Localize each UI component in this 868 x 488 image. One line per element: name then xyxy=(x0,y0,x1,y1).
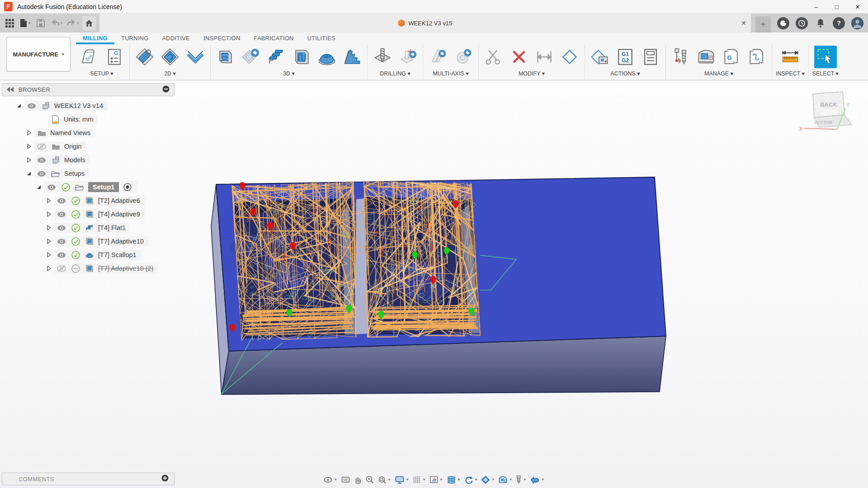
ribbon-tab-fabrication[interactable]: FABRICATION xyxy=(247,33,301,44)
browser-row-setup1[interactable]: Setup1 xyxy=(2,180,175,194)
ribbon-group-label[interactable]: MULTI-AXIS ▾ xyxy=(427,70,475,77)
operation-row[interactable]: [T4] Adaptive9 xyxy=(2,207,175,221)
stock-display-button[interactable]: ▼ xyxy=(480,474,496,485)
simulate-button[interactable] xyxy=(589,46,611,68)
operation-row[interactable]: [T7] Scallop1 xyxy=(2,248,175,262)
visibility-eye-icon[interactable] xyxy=(26,103,37,109)
adaptive-3d-button[interactable] xyxy=(214,46,237,68)
workspace-switcher[interactable]: MANUFACTURE ▾ xyxy=(6,37,71,71)
ribbon-tab-turning[interactable]: TURNING xyxy=(114,33,156,44)
browser-row-week12-v3-v14[interactable]: WEEK12 V3 v14 xyxy=(2,99,175,113)
dropdown-caret-icon[interactable]: ▼ xyxy=(523,478,527,482)
display-settings-button[interactable]: ▼ xyxy=(393,474,410,485)
ribbon-group-label[interactable]: MANAGE ▾ xyxy=(670,70,768,77)
drill-button[interactable] xyxy=(371,46,394,68)
browser-row-setups[interactable]: Setups xyxy=(2,167,175,180)
face-2d-button[interactable] xyxy=(133,46,156,68)
delete-op-button[interactable] xyxy=(508,46,530,68)
section-view-button[interactable]: ▼ xyxy=(529,475,546,485)
ribbon-group-label[interactable]: SETUP ▾ xyxy=(78,70,126,77)
dropdown-caret-icon[interactable]: ▼ xyxy=(509,478,513,482)
feature-button[interactable] xyxy=(558,46,581,68)
operation-row[interactable]: [T4] Flat1 xyxy=(2,221,175,235)
collapse-arrow-icon[interactable] xyxy=(24,144,34,149)
ribbon-group-label[interactable]: SELECT ▾ xyxy=(812,70,839,77)
dropdown-caret-icon[interactable]: ▼ xyxy=(541,478,545,482)
file-menu-button[interactable]: ▾ xyxy=(18,16,32,30)
nc-programs-button[interactable] xyxy=(745,46,768,68)
pocket-3d-button[interactable] xyxy=(240,46,262,68)
contour-2d-button[interactable] xyxy=(184,46,207,68)
collapse-panel-icon[interactable] xyxy=(7,86,14,94)
morph-3d-button[interactable] xyxy=(290,46,313,68)
close-button[interactable]: ✕ xyxy=(847,0,868,14)
stretch-button[interactable] xyxy=(533,46,556,68)
home-view-button[interactable] xyxy=(82,16,96,30)
setup-sheet-button[interactable] xyxy=(639,46,662,68)
ramp-3d-button[interactable] xyxy=(341,46,363,68)
simulate-play-button[interactable]: ▼ xyxy=(463,474,479,485)
operation-row[interactable]: [T2] Adaptive6 xyxy=(2,194,175,207)
visibility-eye-off-icon[interactable] xyxy=(56,265,67,272)
collapse-arrow-icon[interactable] xyxy=(43,198,54,203)
trim-button[interactable] xyxy=(482,46,505,68)
add-comment-icon[interactable] xyxy=(161,474,169,483)
ribbon-tab-inspection[interactable]: INSPECTION xyxy=(197,33,247,44)
view-cube[interactable]: BACK BOTTOM X Y xyxy=(796,87,863,141)
dropdown-caret-icon[interactable]: ▼ xyxy=(334,478,337,482)
setup-folder-button[interactable] xyxy=(78,46,100,68)
browser-row-origin[interactable]: Origin xyxy=(2,140,175,153)
rotary-ext-button[interactable] xyxy=(452,46,475,68)
template-library-button[interactable]: G xyxy=(720,46,743,68)
tool-display-button[interactable]: ▼ xyxy=(515,474,528,485)
visibility-eye-icon[interactable] xyxy=(56,252,67,258)
visibility-eye-icon[interactable] xyxy=(36,157,47,163)
dropdown-caret-icon[interactable]: ▼ xyxy=(491,478,495,482)
collapse-arrow-icon[interactable] xyxy=(43,239,54,244)
browser-row-units-mm[interactable]: Units: mm xyxy=(2,113,175,126)
visibility-eye-off-icon[interactable] xyxy=(36,143,47,150)
minimize-panel-icon[interactable] xyxy=(162,85,170,94)
collapse-arrow-icon[interactable] xyxy=(43,225,54,230)
extensions-button[interactable] xyxy=(777,17,789,29)
expand-arrow-icon[interactable] xyxy=(24,171,34,176)
dropdown-caret-icon[interactable]: ▼ xyxy=(457,478,461,482)
dropdown-caret-icon[interactable]: ▼ xyxy=(406,478,409,482)
visibility-eye-icon[interactable] xyxy=(56,211,67,217)
gcode-doc-button[interactable]: G xyxy=(103,46,126,68)
zoom-button[interactable] xyxy=(364,474,375,485)
dropdown-caret-icon[interactable]: ▼ xyxy=(439,478,443,482)
undo-button[interactable]: ▾ xyxy=(49,16,64,30)
select-button[interactable] xyxy=(814,46,837,68)
document-tab[interactable]: WEEK12 V3 v15 ✕ xyxy=(99,14,751,33)
comments-bar[interactable]: COMMENTS xyxy=(2,473,175,485)
collapse-arrow-icon[interactable] xyxy=(24,130,34,136)
viewport-canvas[interactable]: BACK BOTTOM X Y BROWSER WEEK12 V3 v14Uni… xyxy=(0,80,868,488)
tool-library-button[interactable] xyxy=(670,46,692,68)
save-button[interactable] xyxy=(34,16,47,30)
pan-button[interactable] xyxy=(352,474,363,485)
help-button[interactable]: ? xyxy=(833,17,845,29)
ribbon-group-label[interactable]: DRILLING ▾ xyxy=(371,70,419,77)
expand-arrow-icon[interactable] xyxy=(33,184,44,190)
document-tab-close-icon[interactable]: ✕ xyxy=(741,19,746,27)
job-status-button[interactable] xyxy=(796,17,808,29)
ribbon-group-label[interactable]: MODIFY ▾ xyxy=(482,70,581,77)
expand-arrow-icon[interactable] xyxy=(14,103,24,108)
ribbon-group-label[interactable]: ACTIONS ▾ xyxy=(589,70,662,77)
collapse-arrow-icon[interactable] xyxy=(43,252,54,258)
ribbon-tab-additive[interactable]: ADDITIVE xyxy=(155,33,197,44)
grid-settings-button[interactable]: ▼ xyxy=(411,474,427,485)
visibility-eye-icon[interactable] xyxy=(56,225,67,231)
collapse-arrow-icon[interactable] xyxy=(43,211,54,217)
maximize-button[interactable]: □ xyxy=(826,0,847,14)
user-avatar[interactable] xyxy=(851,17,863,29)
adaptive-2d-button[interactable] xyxy=(159,46,181,68)
collapse-arrow-icon[interactable] xyxy=(43,266,54,271)
redo-button[interactable]: ▾ xyxy=(66,16,80,30)
visibility-eye-icon[interactable] xyxy=(56,239,67,244)
orbit-button[interactable]: ▼ xyxy=(322,474,339,485)
scallop-3d-button[interactable] xyxy=(316,46,338,68)
swarf-ext-button[interactable] xyxy=(427,46,449,68)
machine-display-button[interactable]: ▼ xyxy=(497,474,514,485)
